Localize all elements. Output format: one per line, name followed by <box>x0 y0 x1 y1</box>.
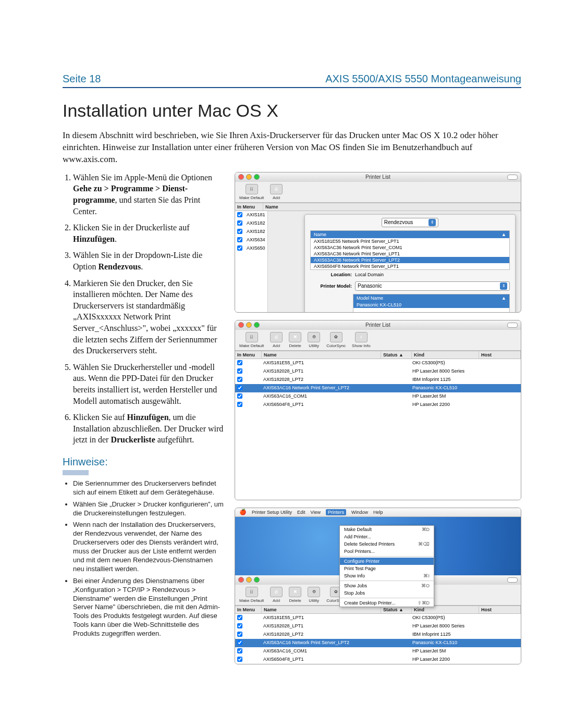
section-heading: Installation unter Mac OS X <box>63 101 521 121</box>
colorsync-button[interactable]: ✿ColorSync <box>326 332 346 348</box>
menu-dropdown-item[interactable]: Configure Printer <box>340 558 434 565</box>
menu-item[interactable]: View <box>311 510 321 515</box>
col-name[interactable]: Name <box>262 606 381 613</box>
col-status[interactable]: Status ▲ <box>381 606 412 613</box>
col-kind[interactable]: Kind <box>412 606 479 613</box>
list-item[interactable]: AXIS6504F8 Network Print Server_LPT1 <box>311 263 509 269</box>
table-row[interactable]: AXIS634 <box>235 236 267 244</box>
hints-list: Die Seriennummer des Druckerservers befi… <box>63 479 224 638</box>
table-row[interactable]: AXIS63AC16_COM1HP LaserJet 5M <box>235 392 521 401</box>
table-row[interactable]: AXIS182028_LPT1HP LaserJet 8000 Series <box>235 622 521 631</box>
toolbar-toggle-icon[interactable] <box>507 175 518 180</box>
table-row[interactable]: AXIS181E55_LPT1OKI C5300(PS) <box>235 359 521 367</box>
menu-dropdown-item[interactable]: Stop Jobs <box>340 589 434 597</box>
add-button[interactable]: 🖨Add <box>270 332 283 348</box>
menu-dropdown-item[interactable]: Show Info⌘I <box>340 572 434 579</box>
inmenu-checkbox[interactable] <box>237 623 242 628</box>
table-row[interactable]: AXIS63AC16 Network Print Server_LPT2Pana… <box>235 639 521 647</box>
table-row[interactable]: AXIS181E55_LPT1OKI C5300(PS) <box>235 614 521 622</box>
apple-menu-icon[interactable]: 🍎 <box>239 509 247 515</box>
hint-item: Die Seriennummer des Druckerservers befi… <box>73 479 224 497</box>
make-default-button[interactable]: ⌸Make Default <box>239 332 264 348</box>
menu-item[interactable]: Edit <box>297 510 305 515</box>
inmenu-checkbox[interactable] <box>237 657 242 662</box>
list-item[interactable]: AXIS63AC36 Network Print Server_COM1 <box>311 244 509 251</box>
menu-dropdown-item[interactable]: Make Default⌘D <box>340 526 434 533</box>
model-dropdown[interactable]: Panasonic⇕ <box>355 281 510 291</box>
list-item-selected[interactable]: AXIS63AC36 Network Print Server_LPT2 <box>311 257 509 263</box>
table-row[interactable]: AXIS650 <box>235 244 267 253</box>
inmenu-checkbox[interactable] <box>237 615 242 620</box>
step-5: Wählen Sie Druckerhersteller und -modell… <box>73 362 224 406</box>
menu-dropdown-item[interactable]: Delete Selected Printers⌘⌫ <box>340 540 434 548</box>
list-item[interactable]: AXIS181E55 Network Print Server_LPT1 <box>311 238 509 244</box>
table-row[interactable]: AXIS63AC16_COM1HP LaserJet 5M <box>235 647 521 656</box>
menu-item[interactable]: Window <box>351 510 368 515</box>
inmenu-checkbox[interactable] <box>237 245 242 251</box>
list-item[interactable]: AXIS63AC36 Network Print Server_LPT1 <box>311 251 509 257</box>
window-title: Printer List <box>235 322 521 328</box>
name-column-header[interactable]: Name▲ <box>311 231 509 238</box>
inmenu-checkbox[interactable] <box>237 385 242 390</box>
table-row[interactable]: AXIS182028_LPT2IBM Infoprint 1125 <box>235 631 521 639</box>
menu-item[interactable]: Help <box>373 510 383 515</box>
inmenu-checkbox[interactable] <box>237 640 242 645</box>
make-default-button[interactable]: ⌸Make Default <box>239 587 264 603</box>
menu-dropdown-item[interactable]: Create Desktop Printer...⇧⌘D <box>340 599 434 607</box>
col-inmenu[interactable]: In Menu <box>235 351 262 359</box>
table-row[interactable]: AXIS182 <box>235 219 267 228</box>
show-info-button[interactable]: iShow Info <box>352 332 371 348</box>
table-row[interactable]: AXIS6504F8_LPT1HP LaserJet 2200 <box>235 656 521 664</box>
menu-item-printers[interactable]: Printers <box>326 509 346 515</box>
delete-button[interactable]: ✖Delete <box>289 332 301 348</box>
table-row[interactable]: AXIS6504F8_LPT1HP LaserJet 2200 <box>235 401 521 409</box>
menu-dropdown-item[interactable]: Pool Printers... <box>340 548 434 555</box>
table-row[interactable]: AXIS181 <box>235 211 267 219</box>
col-name[interactable]: Name <box>262 351 381 359</box>
utility-button[interactable]: ⚙Utility <box>308 332 320 348</box>
col-host[interactable]: Host <box>479 351 521 359</box>
col-inmenu[interactable]: In Menu <box>235 203 263 211</box>
col-host[interactable]: Host <box>479 606 521 613</box>
desktop-background: Make Default⌘DAdd Printer...Delete Selec… <box>235 517 521 585</box>
col-name[interactable]: Name <box>263 203 521 211</box>
inmenu-checkbox[interactable] <box>237 220 242 226</box>
delete-button[interactable]: ✖Delete <box>289 587 301 603</box>
window-titlebar: Printer List <box>235 320 521 330</box>
table-row[interactable]: AXIS182028_LPT2IBM Infoprint 1125 <box>235 376 521 384</box>
step-2: Klicken Sie in der Druckerliste auf Hinz… <box>73 222 224 244</box>
col-kind[interactable]: Kind <box>412 351 479 359</box>
menu-item[interactable]: Printer Setup Utility <box>252 510 292 515</box>
inmenu-checkbox[interactable] <box>237 393 242 399</box>
model-column-header[interactable]: Model Name▲ <box>353 294 509 302</box>
inmenu-checkbox[interactable] <box>237 632 242 637</box>
location-row: Location:Local Domain <box>305 270 515 279</box>
toolbar-toggle-icon[interactable] <box>507 577 518 583</box>
menu-dropdown-item[interactable]: Show Jobs⌘O <box>340 582 434 589</box>
menu-dropdown-item[interactable]: Add Printer... <box>340 533 434 540</box>
table-row[interactable]: AXIS182028_LPT1HP LaserJet 8000 Series <box>235 367 521 376</box>
menu-dropdown-item[interactable]: Print Test Page <box>340 565 434 572</box>
col-inmenu[interactable]: In Menu <box>235 606 262 613</box>
column-headers: In Menu Name Status ▲ Kind Host <box>235 351 521 359</box>
hint-item: Wählen Sie „Drucker > Drucker konfigurie… <box>73 500 224 518</box>
add-button[interactable]: 🖨Add <box>270 587 283 603</box>
inmenu-checkbox[interactable] <box>237 368 242 374</box>
source-dropdown[interactable]: Rendezvous⇕ <box>382 218 439 227</box>
utility-button[interactable]: ⚙Utility <box>308 587 320 603</box>
inmenu-checkbox[interactable] <box>237 402 242 407</box>
make-default-button[interactable]: ⌸Make Default <box>239 184 264 200</box>
model-selected-row[interactable]: Panasonic KX-CL510 <box>353 302 509 308</box>
inmenu-checkbox[interactable] <box>237 648 242 653</box>
inmenu-checkbox[interactable] <box>237 212 242 217</box>
inmenu-checkbox[interactable] <box>237 360 242 365</box>
add-button[interactable]: 🖨Add <box>270 184 283 200</box>
toolbar-toggle-icon[interactable] <box>507 323 518 328</box>
inmenu-checkbox[interactable] <box>237 229 242 234</box>
intro-paragraph: In diesem Abschnitt wird beschrieben, wi… <box>63 130 521 166</box>
table-row[interactable]: AXIS182 <box>235 228 267 236</box>
col-status[interactable]: Status ▲ <box>381 351 412 359</box>
table-row[interactable]: AXIS63AC16 Network Print Server_LPT2Pana… <box>235 384 521 392</box>
inmenu-checkbox[interactable] <box>237 237 242 242</box>
inmenu-checkbox[interactable] <box>237 377 242 382</box>
